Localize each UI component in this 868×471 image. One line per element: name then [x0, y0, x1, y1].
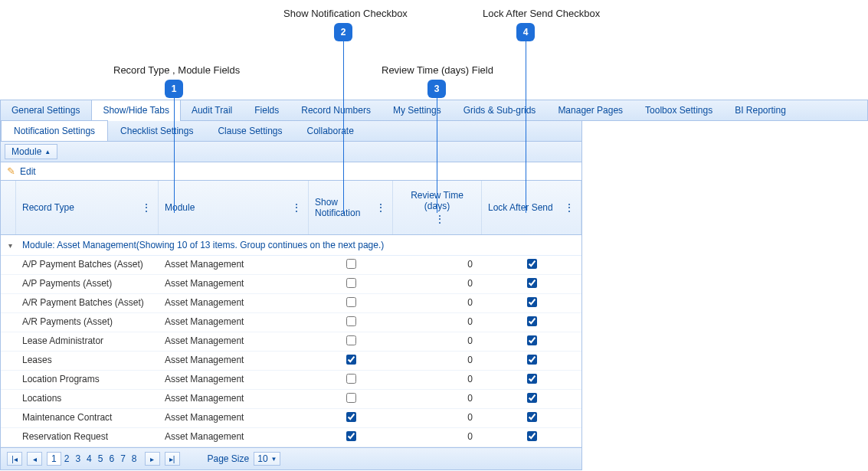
main-tab[interactable]: Fields: [244, 100, 290, 120]
column-header-lock-after-send-label: Lock After Send: [488, 202, 553, 213]
cell-record-type: A/R Payment Batches (Asset): [16, 294, 159, 312]
main-tab[interactable]: Audit Trail: [181, 100, 244, 120]
show-notification-checkbox[interactable]: [346, 355, 356, 365]
pager-last-button[interactable]: ▸|: [165, 452, 180, 466]
main-tab[interactable]: General Settings: [1, 100, 91, 120]
cell-module: Asset Management: [159, 390, 309, 408]
column-menu-icon[interactable]: ⋮: [559, 201, 575, 214]
lock-after-send-checkbox[interactable]: [527, 355, 537, 365]
table-row: A/R Payments (Asset)Asset Management0: [1, 313, 581, 332]
main-tab[interactable]: My Settings: [382, 100, 453, 120]
lock-after-send-checkbox[interactable]: [527, 297, 537, 307]
show-notification-checkbox[interactable]: [346, 297, 356, 307]
show-notification-checkbox[interactable]: [346, 259, 356, 269]
pager-page-number[interactable]: 5: [95, 453, 106, 464]
pager-page-number[interactable]: 4: [84, 453, 95, 464]
main-tab[interactable]: Toolbox Settings: [634, 100, 724, 120]
cell-review-time: 0: [393, 275, 482, 293]
row-expand-cell: [1, 371, 16, 389]
row-expand-cell: [1, 275, 16, 293]
pager-page-number[interactable]: 6: [106, 453, 117, 464]
edit-button[interactable]: ✎ Edit: [1, 162, 581, 181]
pager-page-number[interactable]: 2: [61, 453, 73, 464]
column-menu-icon[interactable]: ⋮: [430, 213, 445, 225]
show-notification-checkbox[interactable]: [346, 278, 356, 288]
pager-page-number[interactable]: 1: [47, 452, 61, 466]
lock-after-send-checkbox[interactable]: [527, 278, 537, 288]
pager-prev-button[interactable]: ◂: [27, 452, 42, 466]
pager-page-number[interactable]: 3: [72, 453, 84, 464]
table-row: Maintenance ContractAsset Management0: [1, 409, 581, 428]
collapse-icon[interactable]: ▾: [8, 241, 16, 250]
pager-page-number[interactable]: 8: [129, 453, 140, 464]
chevron-down-icon: ▼: [271, 456, 277, 463]
pager-first-button[interactable]: |◂: [7, 452, 22, 466]
column-header-module-label: Module: [165, 202, 195, 213]
grid-panel: Module ▲ ✎ Edit Record Type ⋮ Module ⋮ S…: [0, 142, 582, 470]
column-header-review-time[interactable]: Review Time (days) ⋮: [393, 181, 482, 234]
lock-after-send-checkbox[interactable]: [527, 316, 537, 326]
lock-after-send-checkbox[interactable]: [527, 374, 537, 384]
show-notification-checkbox[interactable]: [346, 374, 356, 384]
main-tab[interactable]: Grids & Sub-grids: [453, 100, 548, 120]
cell-review-time: 0: [393, 371, 482, 389]
cell-module: Asset Management: [159, 409, 309, 427]
cell-lock-after-send: [482, 390, 581, 408]
grid-header-row: Record Type ⋮ Module ⋮ Show Notification…: [1, 181, 581, 235]
callout-label-3: Review Time (days) Field: [382, 64, 493, 76]
main-tab[interactable]: Show/Hide Tabs: [91, 100, 181, 121]
cell-lock-after-send: [482, 409, 581, 427]
page-size-select[interactable]: 10 ▼: [254, 452, 280, 466]
lock-after-send-checkbox[interactable]: [527, 412, 537, 422]
callout-label-4: Lock After Send Checkbox: [483, 8, 600, 19]
sub-tab[interactable]: Clause Settings: [205, 121, 294, 141]
lock-after-send-checkbox[interactable]: [527, 393, 537, 403]
table-row: Location ProgramsAsset Management0: [1, 371, 581, 390]
sub-tab[interactable]: Collaborate: [294, 121, 365, 141]
main-tab[interactable]: Manager Pages: [547, 100, 634, 120]
column-menu-icon[interactable]: ⋮: [136, 201, 152, 214]
column-header-lock-after-send[interactable]: Lock After Send ⋮: [482, 181, 581, 234]
column-header-show-notification[interactable]: Show Notification ⋮: [309, 181, 393, 234]
main-tab[interactable]: BI Reporting: [724, 100, 798, 120]
cell-module: Asset Management: [159, 275, 309, 293]
show-notification-checkbox[interactable]: [346, 393, 356, 403]
column-header-record-type[interactable]: Record Type ⋮: [16, 181, 159, 234]
group-by-module-button[interactable]: Module ▲: [5, 144, 57, 159]
group-by-bar: Module ▲: [1, 142, 581, 162]
sub-tab[interactable]: Checklist Settings: [108, 121, 205, 141]
callout-badge-2: 2: [334, 23, 352, 41]
cell-review-time: 0: [393, 332, 482, 351]
column-menu-icon[interactable]: ⋮: [371, 201, 386, 214]
show-notification-checkbox[interactable]: [346, 316, 356, 326]
lock-after-send-checkbox[interactable]: [527, 431, 537, 441]
row-expand-cell: [1, 428, 16, 446]
show-notification-checkbox[interactable]: [346, 431, 356, 441]
pager-page-number[interactable]: 7: [117, 453, 129, 464]
page-size-value: 10: [257, 453, 267, 464]
group-header-text: Module: Asset Management(Showing 10 of 1…: [22, 240, 384, 250]
column-header-module[interactable]: Module ⋮: [159, 181, 309, 234]
cell-show-notification: [309, 275, 393, 293]
cell-module: Asset Management: [159, 294, 309, 312]
pager-next-button[interactable]: ▸: [145, 452, 160, 466]
show-notification-checkbox[interactable]: [346, 335, 356, 345]
callout-label-1: Record Type , Module Fields: [113, 64, 240, 76]
table-row: LeasesAsset Management0: [1, 352, 581, 371]
page-size-label: Page Size: [208, 453, 250, 464]
group-header-row[interactable]: ▾ Module: Asset Management(Showing 10 of…: [1, 235, 581, 256]
callout-badge-3: 3: [427, 80, 446, 98]
column-menu-icon[interactable]: ⋮: [287, 201, 302, 214]
lock-after-send-checkbox[interactable]: [527, 259, 537, 269]
row-expand-cell: [1, 313, 16, 332]
cell-show-notification: [309, 409, 393, 427]
cell-lock-after-send: [482, 428, 581, 446]
pager-bar: |◂ ◂ 12345678 ▸ ▸| Page Size 10 ▼: [1, 447, 581, 469]
lock-after-send-checkbox[interactable]: [527, 335, 537, 345]
main-tab[interactable]: Record Numbers: [290, 100, 382, 120]
show-notification-checkbox[interactable]: [346, 412, 356, 422]
cell-record-type: Leases: [16, 352, 159, 370]
cell-record-type: A/R Payments (Asset): [16, 313, 159, 332]
sub-tab[interactable]: Notification Settings: [1, 120, 108, 141]
callout-line-4: [526, 41, 526, 213]
